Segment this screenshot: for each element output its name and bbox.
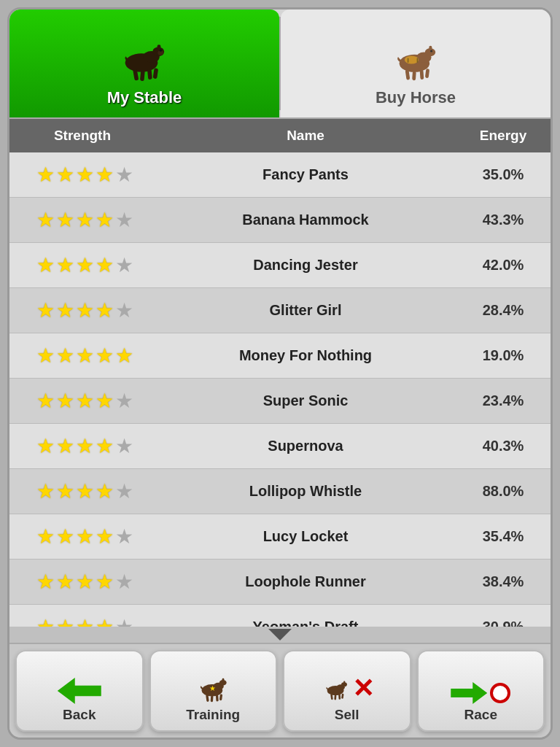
race-button[interactable]: Race <box>417 650 545 732</box>
sell-x-icon: ✕ <box>352 673 374 704</box>
row-horse-energy: 40.3% <box>456 438 551 454</box>
svg-rect-34 <box>343 681 345 684</box>
svg-point-9 <box>160 50 162 52</box>
filled-star-icon: ★ <box>76 389 94 413</box>
filled-star-icon: ★ <box>56 298 74 322</box>
row-strength-stars: ★★★★★ <box>9 389 155 413</box>
filled-star-icon: ★ <box>96 163 114 187</box>
svg-rect-25 <box>222 678 225 683</box>
table-row[interactable]: ★★★★★Lollipop Whistle88.0% <box>9 469 551 514</box>
filled-star-icon: ★ <box>56 434 74 458</box>
filled-star-icon: ★ <box>76 253 94 277</box>
svg-rect-16 <box>412 71 416 80</box>
sell-horse-icon <box>320 674 352 703</box>
row-strength-stars: ★★★★★ <box>9 615 155 627</box>
filled-star-icon: ★ <box>56 615 74 627</box>
sell-icon-wrapper: ✕ <box>320 673 374 704</box>
table-row[interactable]: ★★★★★Super Sonic23.4% <box>9 379 551 424</box>
horse-list[interactable]: ★★★★★Fancy Pants35.0%★★★★★Banana Hammock… <box>9 152 551 627</box>
tab-buy-horse[interactable]: Buy Horse <box>281 9 551 117</box>
row-horse-energy: 88.0% <box>456 483 551 500</box>
main-container: My Stable Buy Horse <box>7 7 553 740</box>
back-button[interactable]: Back <box>15 650 144 732</box>
row-horse-energy: 35.4% <box>456 528 551 545</box>
row-horse-name: Banana Hammock <box>155 212 456 228</box>
row-horse-name: Loophole Runner <box>155 573 456 590</box>
sell-button[interactable]: ✕ Sell <box>283 650 411 732</box>
svg-rect-36 <box>334 694 336 700</box>
svg-rect-8 <box>153 68 159 79</box>
svg-rect-38 <box>341 694 343 699</box>
tab-my-stable[interactable]: My Stable <box>9 9 279 117</box>
race-label: Race <box>464 707 497 723</box>
table-row[interactable]: ★★★★★Lucy Locket35.4% <box>9 514 551 560</box>
header-name: Name <box>155 128 456 144</box>
svg-point-19 <box>430 50 432 52</box>
row-horse-energy: 43.3% <box>456 212 551 228</box>
filled-star-icon: ★ <box>96 525 114 549</box>
svg-rect-7 <box>147 69 152 80</box>
table-row[interactable]: ★★★★★Yeoman's Draft30.9% <box>9 605 551 627</box>
row-horse-name: Glitter Girl <box>155 302 456 319</box>
table-row[interactable]: ★★★★★Glitter Girl28.4% <box>9 288 551 333</box>
row-horse-name: Dancing Jester <box>155 257 456 274</box>
filled-star-icon: ★ <box>36 298 55 322</box>
row-strength-stars: ★★★★★ <box>9 208 155 232</box>
row-strength-stars: ★★★★★ <box>9 344 155 368</box>
table-row[interactable]: ★★★★★Supernova40.3% <box>9 424 551 469</box>
table-row[interactable]: ★★★★★Loophole Runner38.4% <box>9 560 551 605</box>
table-row[interactable]: ★★★★★Dancing Jester42.0% <box>9 243 551 288</box>
training-button[interactable]: ★ Training <box>149 650 278 732</box>
empty-star-icon: ★ <box>115 389 133 413</box>
filled-star-icon: ★ <box>36 615 55 627</box>
race-icon-wrapper <box>451 682 510 704</box>
filled-star-icon: ★ <box>56 389 74 413</box>
filled-star-icon: ★ <box>96 298 114 322</box>
row-strength-stars: ★★★★★ <box>9 525 155 549</box>
svg-rect-29 <box>216 694 219 702</box>
svg-rect-21 <box>417 58 419 63</box>
row-strength-stars: ★★★★★ <box>9 479 155 503</box>
filled-star-icon: ★ <box>96 389 114 413</box>
filled-star-icon: ★ <box>76 344 94 368</box>
empty-star-icon: ★ <box>115 298 133 322</box>
training-horse-icon: ★ <box>191 672 235 704</box>
filled-star-icon: ★ <box>56 479 74 503</box>
filled-star-icon: ★ <box>76 208 94 232</box>
filled-star-icon: ★ <box>56 344 74 368</box>
back-arrow-icon <box>58 678 101 704</box>
filled-star-icon: ★ <box>96 344 114 368</box>
buy-horse-label: Buy Horse <box>376 88 456 107</box>
my-stable-label: My Stable <box>107 88 182 107</box>
bottom-nav: Back ★ Training <box>9 643 551 738</box>
filled-star-icon: ★ <box>36 208 55 232</box>
table-row[interactable]: ★★★★★Banana Hammock43.3% <box>9 198 551 243</box>
scroll-indicator <box>9 627 551 643</box>
filled-star-icon: ★ <box>56 208 74 232</box>
race-marker-icon <box>490 683 510 703</box>
row-horse-energy: 23.4% <box>456 392 551 409</box>
filled-star-icon: ★ <box>76 615 94 627</box>
svg-point-14 <box>405 55 419 63</box>
empty-star-icon: ★ <box>115 434 133 458</box>
row-horse-name: Yeoman's Draft <box>155 619 456 627</box>
row-horse-energy: 30.9% <box>456 619 551 627</box>
empty-star-icon: ★ <box>115 615 133 627</box>
row-horse-energy: 35.0% <box>456 166 551 183</box>
svg-rect-18 <box>425 69 429 78</box>
filled-star-icon: ★ <box>76 163 94 187</box>
filled-star-icon: ★ <box>56 525 74 549</box>
empty-star-icon: ★ <box>115 570 133 594</box>
table-row[interactable]: ★★★★★Money For Nothing19.0% <box>9 333 551 379</box>
empty-star-icon: ★ <box>115 163 133 187</box>
row-horse-name: Lucy Locket <box>155 528 456 545</box>
filled-star-icon: ★ <box>96 208 114 232</box>
filled-star-icon: ★ <box>96 479 114 503</box>
my-stable-horse-icon <box>115 34 174 85</box>
filled-star-icon: ★ <box>96 253 114 277</box>
row-strength-stars: ★★★★★ <box>9 163 155 187</box>
filled-star-icon: ★ <box>36 434 55 458</box>
table-row[interactable]: ★★★★★Fancy Pants35.0% <box>9 152 551 198</box>
filled-star-icon: ★ <box>36 479 55 503</box>
row-strength-stars: ★★★★★ <box>9 570 155 594</box>
